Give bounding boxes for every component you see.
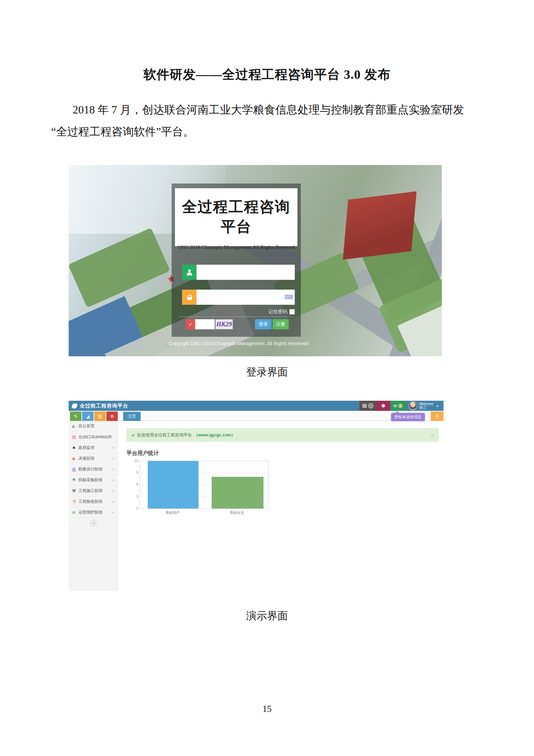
puzzle-icon: ◆	[72, 456, 78, 461]
sidebar-item-construction-stage[interactable]: ⚒ 工程施工阶段 ▾	[69, 486, 117, 496]
paragraph-line-2: “全过程工程咨询软件”平台。	[51, 124, 194, 140]
username-row	[182, 265, 295, 280]
flask-icon: ⚗	[72, 499, 78, 504]
avatar	[408, 401, 417, 410]
bar-system-users	[148, 461, 199, 508]
notifications-button[interactable]	[376, 401, 390, 411]
stats-section-title: 平台用户统计	[127, 450, 159, 457]
sidebar-item-operation-stage[interactable]: ⊕ 运营维护阶段 ▾	[69, 507, 117, 518]
chevron-down-icon: ▾	[112, 511, 114, 514]
bar-system-members	[212, 477, 263, 508]
folder-icon: ▤	[72, 434, 78, 439]
login-button[interactable]: 登录	[255, 319, 272, 329]
tasks-badge	[368, 403, 373, 408]
dashboard-screenshot: 全过程工程咨询平台 ✉ 2 Welcome 张三 ▾ 您有未读的消息 ✎ ◢ ▤…	[69, 401, 443, 591]
main-content: ✔ 欢迎使用全过程工程咨询平台 （www.qgcgc.com） × 平台用户统计…	[118, 421, 443, 591]
envelope-icon: ✉	[393, 403, 397, 408]
sidebar-item-home[interactable]: ⌂ 后台首页	[69, 421, 117, 432]
username-input[interactable]	[197, 265, 295, 280]
welcome-text: Welcome 张三	[419, 402, 433, 409]
close-icon[interactable]: ×	[431, 432, 434, 438]
divider	[178, 317, 294, 317]
monitor-icon: ▥	[72, 467, 78, 472]
edit-button[interactable]: ✎	[70, 412, 81, 421]
user-stats-bar-chart: 12 9 6 3 0 系统用户 系统会员	[132, 461, 276, 520]
unread-messages-tooltip: 您有未读的消息	[391, 413, 425, 421]
y-tick: 0	[132, 506, 138, 510]
sidebar-item-knowledge-base[interactable]: ▤ 全过程工程咨询知识库	[69, 432, 117, 442]
x-tick-label: 系统用户	[147, 511, 198, 515]
page-number: 15	[0, 704, 534, 714]
sidebar-item-label: 工程施工阶段	[78, 488, 103, 494]
login-banner: 全过程工程咨询平台 1992-2018 Chuangda Management.…	[175, 188, 297, 246]
dashboard-toolbar-row: ✎ ◢ ▤ ⚙ 主页 ☀	[69, 411, 443, 421]
home-icon: ⌂	[72, 424, 78, 429]
captcha-code[interactable]: HK29	[215, 319, 233, 329]
document-title: 软件研发——全过程工程咨询平台 3.0 发布	[0, 66, 534, 83]
remember-password-label: 记住密码	[269, 309, 287, 315]
x-tick-label: 系统会员	[211, 511, 263, 515]
globe-icon: ⊕	[72, 510, 78, 515]
chevron-down-icon: ▾	[112, 489, 114, 493]
welcome-alert: ✔ 欢迎使用全过程工程咨询平台 （www.qgcgc.com） ×	[127, 428, 439, 442]
sidebar-item-label: 后台首页	[78, 423, 95, 429]
password-input[interactable]: ⌨	[197, 290, 295, 305]
password-row: ⌨	[182, 290, 295, 305]
sidebar: ⌂ 后台首页 ▤ 全过程工程咨询知识库 ♠ 政府监管 ▾ ◆ 决策阶段 ▾ ▥ …	[69, 421, 118, 591]
y-tick: 9	[132, 471, 138, 474]
login-screenshot: ★ 全过程工程咨询平台 1992-2018 Chuangda Managemen…	[69, 165, 442, 356]
sidebar-item-government-supervision[interactable]: ♠ 政府监管 ▾	[69, 442, 117, 453]
y-tick: 12	[132, 459, 138, 463]
login-caption: 登录界面	[0, 365, 534, 379]
sidebar-item-acceptance-stage[interactable]: ⚗ 工程验收阶段 ▾	[69, 496, 117, 507]
messages-badge: 2	[398, 403, 403, 408]
user-menu[interactable]: Welcome 张三 ▾	[406, 401, 443, 411]
register-button[interactable]: 注册	[273, 319, 289, 329]
login-panel: 全过程工程咨询平台 1992-2018 Chuangda Management.…	[172, 184, 301, 337]
dashboard-title: 全过程工程咨询平台	[80, 403, 128, 409]
quick-action-button[interactable]: ☀	[431, 412, 443, 421]
lock-icon	[182, 290, 197, 305]
tab-home[interactable]: 主页	[123, 412, 141, 421]
sidebar-item-label: 运营维护阶段	[78, 510, 103, 515]
leaf-icon: ♠	[72, 445, 78, 450]
settings-button[interactable]: ⚙	[106, 412, 118, 421]
chevron-down-icon: ▾	[437, 404, 438, 408]
plot-area	[140, 461, 269, 509]
bell-icon	[381, 404, 385, 408]
sidebar-item-decision-stage[interactable]: ◆ 决策阶段 ▾	[69, 453, 117, 464]
messages-button[interactable]: ✉ 2	[390, 401, 406, 411]
hammer-icon: ⚒	[72, 488, 78, 493]
captcha-input[interactable]	[195, 319, 215, 329]
remember-password-checkbox[interactable]	[289, 309, 295, 315]
keyboard-icon[interactable]: ⌨	[284, 294, 293, 300]
sidebar-item-label: 工程验收阶段	[78, 499, 103, 504]
chevron-down-icon: ▾	[112, 457, 114, 460]
sidebar-item-label: 政府监管	[78, 445, 95, 451]
chevron-down-icon: ▾	[112, 468, 114, 471]
y-tick: 3	[132, 495, 138, 498]
captcha-icon: ✓	[186, 319, 195, 329]
document-page: 软件研发——全过程工程咨询平台 3.0 发布 2018 年 7 月，创达联合河南…	[0, 0, 534, 756]
gridline-vertical	[204, 461, 204, 508]
copyright-text: Copyright 1992-2018 Chuangda Management.…	[146, 341, 331, 346]
book-button[interactable]: ▤	[94, 412, 106, 421]
list-icon	[362, 404, 367, 408]
paragraph-line-1: 2018 年 7 月，创达联合河南工业大学粮食信息处理与控制教育部重点实验室研发	[73, 102, 464, 118]
chart-button[interactable]: ◢	[82, 412, 94, 421]
remember-password-row: 记住密码	[269, 309, 295, 315]
sidebar-collapse-button[interactable]: ◂	[90, 519, 97, 527]
megaphone-icon: ⚑	[72, 478, 78, 483]
chevron-down-icon: ▾	[112, 446, 114, 450]
alert-link[interactable]: （www.qgcgc.com）	[194, 432, 235, 438]
y-tick: 6	[132, 483, 138, 486]
tasks-button[interactable]	[359, 401, 376, 411]
platform-title: 全过程工程咨询平台	[175, 197, 297, 237]
platform-subtitle: 1992-2018 Chuangda Management.All Rights…	[175, 244, 297, 250]
sidebar-item-label: 决策阶段	[78, 456, 95, 461]
sidebar-item-survey-design-stage[interactable]: ▥ 勘察设计阶段 ▾	[69, 464, 117, 475]
check-icon: ✔	[132, 433, 135, 438]
leaf-logo-icon	[72, 403, 77, 408]
sidebar-item-bidding-stage[interactable]: ⚑ 招标采购阶段 ▾	[69, 475, 117, 486]
alert-text: 欢迎使用全过程工程咨询平台	[137, 432, 192, 438]
